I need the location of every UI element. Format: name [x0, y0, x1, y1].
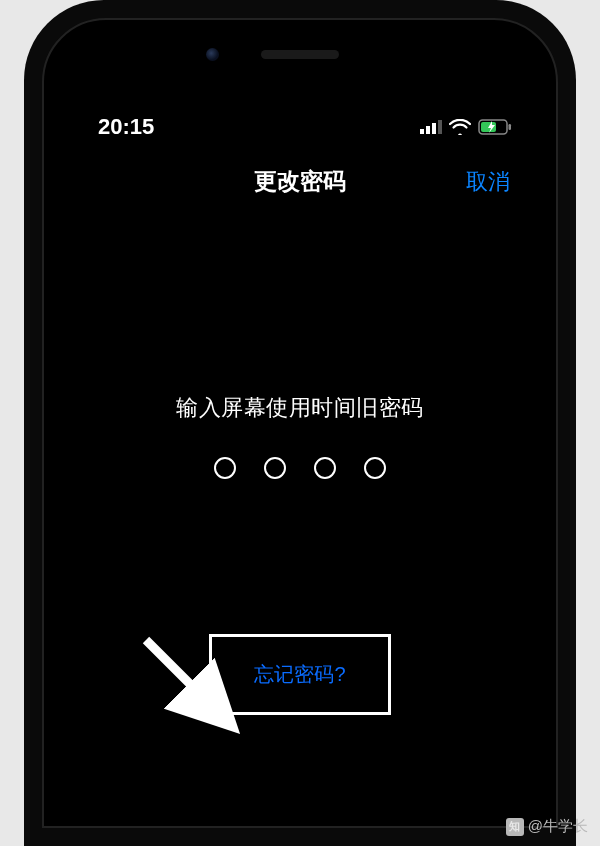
passcode-dot-4 [364, 457, 386, 479]
battery-charging-icon [478, 119, 512, 135]
passcode-dot-1 [214, 457, 236, 479]
speaker-slot [261, 50, 339, 59]
status-icons [420, 119, 512, 135]
svg-rect-2 [432, 123, 436, 134]
nav-bar: 更改密码 取消 [66, 150, 534, 213]
nav-title: 更改密码 [254, 166, 346, 197]
status-time: 20:15 [98, 114, 154, 140]
cancel-button[interactable]: 取消 [466, 167, 510, 197]
forgot-password-link[interactable]: 忘记密码? [254, 663, 345, 685]
svg-rect-6 [509, 124, 512, 130]
wifi-icon [449, 119, 471, 135]
prompt-text: 输入屏幕使用时间旧密码 [66, 393, 534, 423]
svg-rect-3 [438, 120, 442, 134]
passcode-dots [66, 457, 534, 479]
zhihu-icon: 知 [506, 818, 524, 836]
status-bar: 20:15 [66, 100, 534, 150]
passcode-dot-3 [314, 457, 336, 479]
forgot-highlight-box: 忘记密码? [209, 634, 390, 715]
svg-rect-5 [481, 122, 496, 132]
cellular-signal-icon [420, 120, 442, 134]
forgot-row: 忘记密码? [66, 634, 534, 715]
svg-rect-1 [426, 126, 430, 134]
earpiece [261, 50, 339, 59]
phone-bezel: 20:15 [42, 18, 558, 828]
watermark-text: @牛学长 [528, 817, 588, 836]
svg-rect-0 [420, 129, 424, 134]
front-camera [206, 48, 219, 61]
phone-frame: 20:15 [24, 0, 576, 846]
watermark: 知 @牛学长 [506, 817, 588, 836]
screen: 20:15 [66, 100, 534, 826]
content-area: 输入屏幕使用时间旧密码 忘记密码? [66, 213, 534, 715]
passcode-dot-2 [264, 457, 286, 479]
